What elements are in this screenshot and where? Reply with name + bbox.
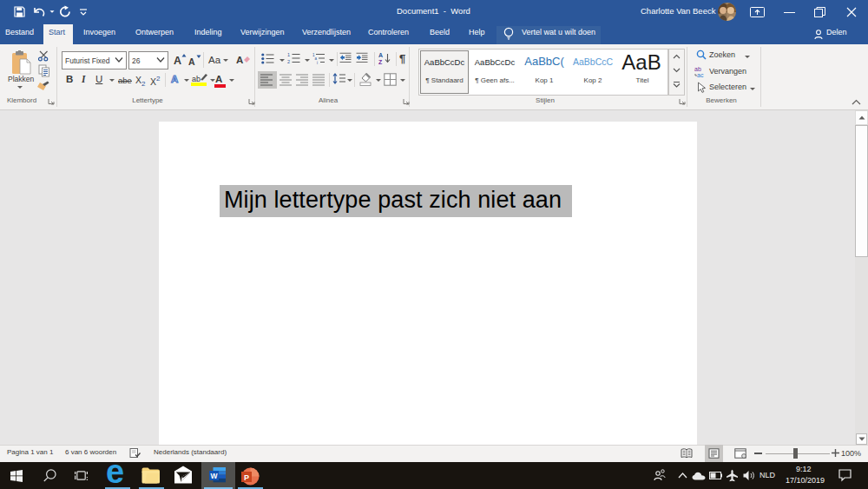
svg-text:ac: ac: [697, 72, 704, 78]
svg-text:i: i: [317, 61, 318, 65]
svg-text:A: A: [378, 52, 383, 58]
svg-text:P: P: [244, 473, 249, 482]
svg-text:1: 1: [287, 52, 290, 57]
svg-text:W: W: [210, 472, 218, 480]
svg-text:ab: ab: [694, 66, 701, 72]
svg-text:Z: Z: [378, 59, 383, 65]
svg-text:2: 2: [287, 59, 290, 64]
